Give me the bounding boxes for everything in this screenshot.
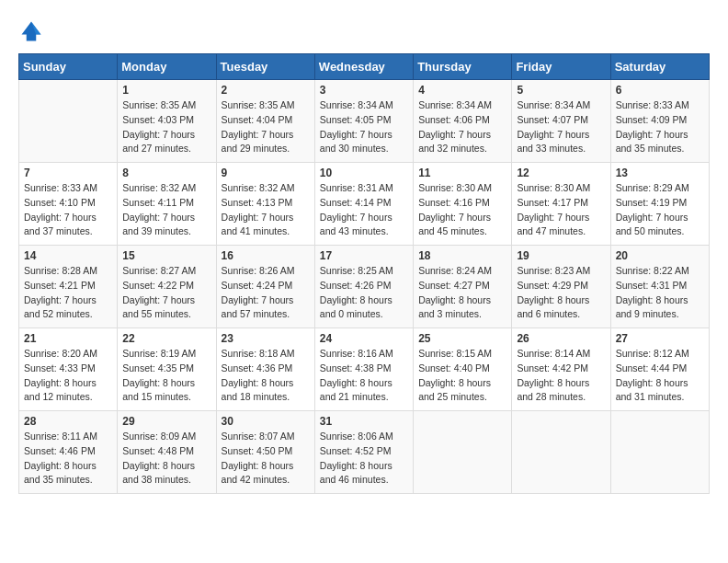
day-info: Sunrise: 8:35 AMSunset: 4:04 PMDaylight:…: [222, 98, 310, 156]
day-info: Sunrise: 8:35 AMSunset: 4:03 PMDaylight:…: [122, 98, 210, 156]
day-number: 9: [222, 167, 310, 179]
day-info: Sunrise: 8:31 AMSunset: 4:14 PMDaylight:…: [320, 181, 408, 239]
day-number: 16: [222, 249, 310, 262]
day-cell: 11Sunrise: 8:30 AMSunset: 4:16 PMDayligh…: [414, 163, 512, 246]
day-info: Sunrise: 8:33 AMSunset: 4:09 PMDaylight:…: [616, 98, 704, 156]
day-info: Sunrise: 8:29 AMSunset: 4:19 PMDaylight:…: [616, 181, 704, 239]
day-cell: 1Sunrise: 8:35 AMSunset: 4:03 PMDaylight…: [118, 80, 216, 163]
day-cell: 15Sunrise: 8:27 AMSunset: 4:22 PMDayligh…: [118, 246, 216, 328]
day-number: 14: [24, 249, 112, 262]
day-number: 25: [418, 332, 506, 345]
day-number: 1: [122, 84, 210, 97]
day-number: 29: [122, 415, 210, 428]
day-info: Sunrise: 8:33 AMSunset: 4:10 PMDaylight:…: [24, 181, 112, 239]
day-number: 21: [24, 332, 112, 345]
header-cell-monday: Monday: [118, 54, 216, 80]
day-cell: 3Sunrise: 8:34 AMSunset: 4:05 PMDaylight…: [314, 80, 413, 163]
header-cell-tuesday: Tuesday: [216, 54, 314, 80]
header-cell-wednesday: Wednesday: [314, 54, 413, 80]
day-cell: 22Sunrise: 8:19 AMSunset: 4:35 PMDayligh…: [118, 328, 216, 411]
day-number: 6: [616, 84, 704, 97]
day-info: Sunrise: 8:32 AMSunset: 4:11 PMDaylight:…: [122, 181, 210, 239]
day-info: Sunrise: 8:30 AMSunset: 4:16 PMDaylight:…: [418, 181, 506, 239]
header-cell-saturday: Saturday: [610, 54, 709, 80]
day-number: 5: [517, 84, 605, 97]
week-row-3: 14Sunrise: 8:28 AMSunset: 4:21 PMDayligh…: [19, 246, 710, 328]
header-cell-friday: Friday: [512, 54, 610, 80]
day-number: 3: [320, 84, 408, 97]
day-number: 24: [320, 332, 408, 345]
day-cell: 14Sunrise: 8:28 AMSunset: 4:21 PMDayligh…: [19, 246, 118, 328]
day-info: Sunrise: 8:12 AMSunset: 4:44 PMDaylight:…: [616, 347, 704, 405]
day-number: 18: [418, 249, 506, 262]
day-info: Sunrise: 8:09 AMSunset: 4:48 PMDaylight:…: [122, 430, 210, 488]
day-cell: [19, 80, 118, 163]
day-cell: 20Sunrise: 8:22 AMSunset: 4:31 PMDayligh…: [610, 246, 709, 328]
day-cell: 31Sunrise: 8:06 AMSunset: 4:52 PMDayligh…: [314, 411, 413, 494]
day-number: 20: [616, 249, 704, 262]
day-cell: [414, 411, 512, 494]
day-number: 12: [517, 167, 605, 179]
day-info: Sunrise: 8:19 AMSunset: 4:35 PMDaylight:…: [122, 347, 210, 405]
day-cell: 23Sunrise: 8:18 AMSunset: 4:36 PMDayligh…: [216, 328, 314, 411]
day-number: 30: [222, 415, 310, 428]
day-cell: 18Sunrise: 8:24 AMSunset: 4:27 PMDayligh…: [414, 246, 512, 328]
day-cell: 8Sunrise: 8:32 AMSunset: 4:11 PMDaylight…: [118, 163, 216, 246]
day-cell: 13Sunrise: 8:29 AMSunset: 4:19 PMDayligh…: [610, 163, 709, 246]
calendar-body: 1Sunrise: 8:35 AMSunset: 4:03 PMDaylight…: [19, 80, 710, 494]
day-info: Sunrise: 8:06 AMSunset: 4:52 PMDaylight:…: [320, 430, 408, 488]
header-row: SundayMondayTuesdayWednesdayThursdayFrid…: [19, 54, 710, 80]
day-info: Sunrise: 8:18 AMSunset: 4:36 PMDaylight:…: [222, 347, 310, 405]
day-info: Sunrise: 8:16 AMSunset: 4:38 PMDaylight:…: [320, 347, 408, 405]
day-cell: 27Sunrise: 8:12 AMSunset: 4:44 PMDayligh…: [610, 328, 709, 411]
day-cell: 19Sunrise: 8:23 AMSunset: 4:29 PMDayligh…: [512, 246, 610, 328]
day-number: 2: [222, 84, 310, 97]
day-cell: 12Sunrise: 8:30 AMSunset: 4:17 PMDayligh…: [512, 163, 610, 246]
day-cell: 16Sunrise: 8:26 AMSunset: 4:24 PMDayligh…: [216, 246, 314, 328]
day-info: Sunrise: 8:28 AMSunset: 4:21 PMDaylight:…: [24, 264, 112, 322]
day-info: Sunrise: 8:15 AMSunset: 4:40 PMDaylight:…: [418, 347, 506, 405]
day-number: 7: [24, 167, 112, 179]
day-cell: 5Sunrise: 8:34 AMSunset: 4:07 PMDaylight…: [512, 80, 610, 163]
day-number: 31: [320, 415, 408, 428]
page-header: [18, 18, 710, 44]
day-number: 26: [517, 332, 605, 345]
week-row-5: 28Sunrise: 8:11 AMSunset: 4:46 PMDayligh…: [19, 411, 710, 494]
day-cell: 10Sunrise: 8:31 AMSunset: 4:14 PMDayligh…: [314, 163, 413, 246]
day-cell: 26Sunrise: 8:14 AMSunset: 4:42 PMDayligh…: [512, 328, 610, 411]
day-info: Sunrise: 8:14 AMSunset: 4:42 PMDaylight:…: [517, 347, 605, 405]
day-info: Sunrise: 8:34 AMSunset: 4:07 PMDaylight:…: [517, 98, 605, 156]
day-number: 23: [222, 332, 310, 345]
day-info: Sunrise: 8:25 AMSunset: 4:26 PMDaylight:…: [320, 264, 408, 322]
header-cell-sunday: Sunday: [19, 54, 118, 80]
day-info: Sunrise: 8:24 AMSunset: 4:27 PMDaylight:…: [418, 264, 506, 322]
day-info: Sunrise: 8:20 AMSunset: 4:33 PMDaylight:…: [24, 347, 112, 405]
day-cell: 2Sunrise: 8:35 AMSunset: 4:04 PMDaylight…: [216, 80, 314, 163]
day-number: 15: [122, 249, 210, 262]
week-row-1: 1Sunrise: 8:35 AMSunset: 4:03 PMDaylight…: [19, 80, 710, 163]
logo-icon: [18, 18, 44, 44]
calendar-header: SundayMondayTuesdayWednesdayThursdayFrid…: [19, 54, 710, 80]
day-number: 22: [122, 332, 210, 345]
day-cell: [610, 411, 709, 494]
day-number: 11: [418, 167, 506, 179]
week-row-2: 7Sunrise: 8:33 AMSunset: 4:10 PMDaylight…: [19, 163, 710, 246]
day-cell: 4Sunrise: 8:34 AMSunset: 4:06 PMDaylight…: [414, 80, 512, 163]
day-cell: 28Sunrise: 8:11 AMSunset: 4:46 PMDayligh…: [19, 411, 118, 494]
day-cell: [512, 411, 610, 494]
day-number: 8: [122, 167, 210, 179]
day-info: Sunrise: 8:23 AMSunset: 4:29 PMDaylight:…: [517, 264, 605, 322]
day-cell: 6Sunrise: 8:33 AMSunset: 4:09 PMDaylight…: [610, 80, 709, 163]
day-cell: 24Sunrise: 8:16 AMSunset: 4:38 PMDayligh…: [314, 328, 413, 411]
week-row-4: 21Sunrise: 8:20 AMSunset: 4:33 PMDayligh…: [19, 328, 710, 411]
day-cell: 17Sunrise: 8:25 AMSunset: 4:26 PMDayligh…: [314, 246, 413, 328]
day-cell: 25Sunrise: 8:15 AMSunset: 4:40 PMDayligh…: [414, 328, 512, 411]
day-cell: 7Sunrise: 8:33 AMSunset: 4:10 PMDaylight…: [19, 163, 118, 246]
logo: [18, 18, 48, 44]
day-info: Sunrise: 8:34 AMSunset: 4:06 PMDaylight:…: [418, 98, 506, 156]
day-info: Sunrise: 8:32 AMSunset: 4:13 PMDaylight:…: [222, 181, 310, 239]
day-number: 4: [418, 84, 506, 97]
day-info: Sunrise: 8:07 AMSunset: 4:50 PMDaylight:…: [222, 430, 310, 488]
day-number: 13: [616, 167, 704, 179]
day-cell: 30Sunrise: 8:07 AMSunset: 4:50 PMDayligh…: [216, 411, 314, 494]
